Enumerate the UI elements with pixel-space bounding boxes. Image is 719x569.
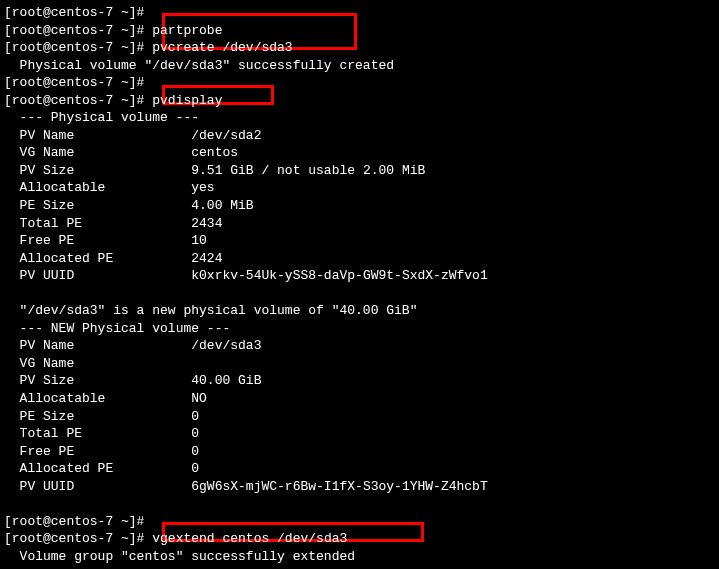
pv1-pvsize: PV Size 9.51 GiB / not usable 2.00 MiB xyxy=(4,162,715,180)
label: PE Size xyxy=(4,409,74,424)
shell-prompt: [root@centos-7 ~]# xyxy=(4,531,144,546)
value: yes xyxy=(191,180,214,195)
value: 10 xyxy=(191,233,207,248)
label: Total PE xyxy=(4,216,82,231)
label: Free PE xyxy=(4,444,74,459)
label: VG Name xyxy=(4,145,74,160)
label: Allocatable xyxy=(4,391,105,406)
pad xyxy=(74,128,191,143)
pv1-uuid: PV UUID k0xrkv-54Uk-ySS8-daVp-GW9t-SxdX-… xyxy=(4,267,715,285)
pad xyxy=(74,373,191,388)
label: PV UUID xyxy=(4,268,74,283)
value: 0 xyxy=(191,444,199,459)
prompt-line-empty[interactable]: [root@centos-7 ~]# xyxy=(4,4,715,22)
label: Allocatable xyxy=(4,180,105,195)
label: PV Size xyxy=(4,373,74,388)
label: Free PE xyxy=(4,233,74,248)
pad xyxy=(74,198,191,213)
value: /dev/sda2 xyxy=(191,128,261,143)
value: NO xyxy=(191,391,207,406)
value: 0 xyxy=(191,461,199,476)
label: Allocated PE xyxy=(4,251,113,266)
pad xyxy=(74,233,191,248)
prompt-line-partprobe[interactable]: [root@centos-7 ~]# partprobe xyxy=(4,22,715,40)
pad xyxy=(74,145,191,160)
command-vgextend: vgextend centos /dev/sda3 xyxy=(152,531,347,546)
value: 6gW6sX-mjWC-r6Bw-I1fX-S3oy-1YHW-Z4hcbT xyxy=(191,479,487,494)
pvdisplay-newpv-line: "/dev/sda3" is a new physical volume of … xyxy=(4,302,715,320)
pv2-uuid: PV UUID 6gW6sX-mjWC-r6Bw-I1fX-S3oy-1YHW-… xyxy=(4,478,715,496)
prompt-line-vgextend[interactable]: [root@centos-7 ~]# vgextend centos /dev/… xyxy=(4,530,715,548)
pad xyxy=(74,356,191,371)
value: 4.00 MiB xyxy=(191,198,253,213)
command-pvdisplay: pvdisplay xyxy=(152,93,222,108)
blank-line xyxy=(4,285,715,303)
pv1-allocpe: Allocated PE 2424 xyxy=(4,250,715,268)
pvdisplay-header1: --- Physical volume --- xyxy=(4,109,715,127)
value: 2434 xyxy=(191,216,222,231)
pv1-freepe: Free PE 10 xyxy=(4,232,715,250)
value: centos xyxy=(191,145,238,160)
value: 9.51 GiB / not usable 2.00 MiB xyxy=(191,163,425,178)
shell-prompt: [root@centos-7 ~]# xyxy=(4,75,144,90)
label: PV Name xyxy=(4,338,74,353)
label: PV UUID xyxy=(4,479,74,494)
output-vgextend: Volume group "centos" successfully exten… xyxy=(4,548,715,566)
label: Total PE xyxy=(4,426,82,441)
pv2-name: PV Name /dev/sda3 xyxy=(4,337,715,355)
pad xyxy=(74,268,191,283)
pad xyxy=(74,444,191,459)
value: 40.00 GiB xyxy=(191,373,261,388)
pad xyxy=(74,409,191,424)
pv2-vgname: VG Name xyxy=(4,355,715,373)
pv1-allocatable: Allocatable yes xyxy=(4,179,715,197)
pv2-pesize: PE Size 0 xyxy=(4,408,715,426)
value: 0 xyxy=(191,426,199,441)
pvdisplay-header2: --- NEW Physical volume --- xyxy=(4,320,715,338)
command-partprobe: partprobe xyxy=(152,23,222,38)
blank-line xyxy=(4,495,715,513)
command-pvcreate: pvcreate /dev/sda3 xyxy=(152,40,292,55)
value: 2424 xyxy=(191,251,222,266)
label: VG Name xyxy=(4,356,74,371)
shell-prompt: [root@centos-7 ~]# xyxy=(4,5,144,20)
shell-prompt: [root@centos-7 ~]# xyxy=(4,40,144,55)
label: PV Name xyxy=(4,128,74,143)
pv2-allocatable: Allocatable NO xyxy=(4,390,715,408)
pv2-allocpe: Allocated PE 0 xyxy=(4,460,715,478)
output-pvcreate: Physical volume "/dev/sda3" successfully… xyxy=(4,57,715,75)
value: 0 xyxy=(191,409,199,424)
pad xyxy=(74,163,191,178)
prompt-line-pvcreate[interactable]: [root@centos-7 ~]# pvcreate /dev/sda3 xyxy=(4,39,715,57)
pv1-name: PV Name /dev/sda2 xyxy=(4,127,715,145)
label: PV Size xyxy=(4,163,74,178)
prompt-line-pvdisplay[interactable]: [root@centos-7 ~]# pvdisplay xyxy=(4,92,715,110)
value: /dev/sda3 xyxy=(191,338,261,353)
label: PE Size xyxy=(4,198,74,213)
pv2-pvsize: PV Size 40.00 GiB xyxy=(4,372,715,390)
label: Allocated PE xyxy=(4,461,113,476)
pv2-totalpe: Total PE 0 xyxy=(4,425,715,443)
pv1-totalpe: Total PE 2434 xyxy=(4,215,715,233)
pv2-freepe: Free PE 0 xyxy=(4,443,715,461)
value: k0xrkv-54Uk-ySS8-daVp-GW9t-SxdX-zWfvo1 xyxy=(191,268,487,283)
shell-prompt: [root@centos-7 ~]# xyxy=(4,93,144,108)
shell-prompt: [root@centos-7 ~]# xyxy=(4,23,144,38)
pv1-pesize: PE Size 4.00 MiB xyxy=(4,197,715,215)
shell-prompt: [root@centos-7 ~]# xyxy=(4,514,144,529)
pad xyxy=(74,479,191,494)
prompt-line-empty[interactable]: [root@centos-7 ~]# xyxy=(4,513,715,531)
pad xyxy=(74,338,191,353)
prompt-line-current[interactable]: [root@centos-7 ~]# xyxy=(4,566,715,570)
prompt-line-empty[interactable]: [root@centos-7 ~]# xyxy=(4,74,715,92)
pv1-vgname: VG Name centos xyxy=(4,144,715,162)
